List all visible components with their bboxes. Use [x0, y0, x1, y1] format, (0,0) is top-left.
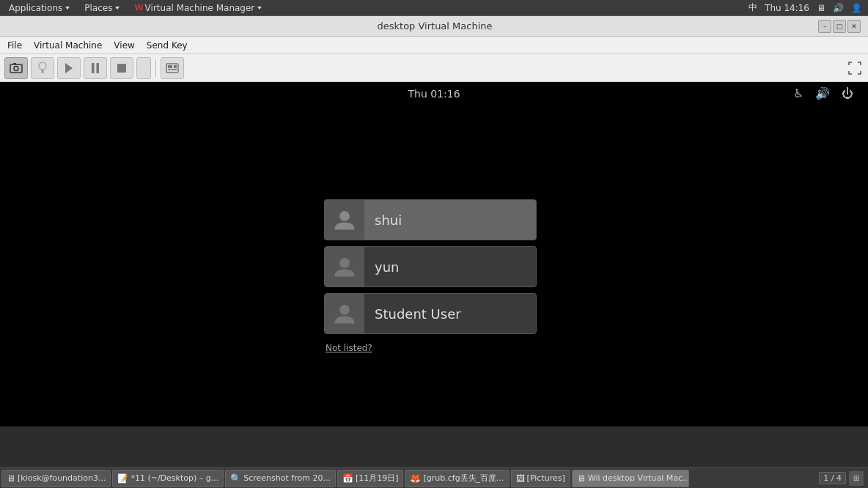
user-avatar-shui: [325, 200, 364, 240]
vm-display[interactable]: Thu 01:16 ♿ 🔊 ⏻ shui yun: [0, 82, 868, 426]
svg-point-3: [39, 62, 46, 70]
volume-icon: 🔊: [833, 3, 844, 13]
taskbar-item-3[interactable]: 📅 [11月19日]: [337, 470, 404, 487]
user-avatar-yun: [325, 247, 364, 286]
pager-icon[interactable]: ⊞: [849, 471, 864, 486]
places-menu[interactable]: Places: [81, 2, 122, 14]
menu-virtual-machine[interactable]: Virtual Machine: [29, 39, 106, 52]
task-icon-4: 🦊: [410, 473, 421, 484]
stop-dropdown[interactable]: [136, 57, 151, 79]
minimize-button[interactable]: –: [818, 20, 831, 33]
taskbar-item-0[interactable]: 🖥 [kiosk@foundation3...: [1, 470, 111, 487]
stop-button[interactable]: [110, 57, 133, 79]
vm-time: Thu 01:16: [408, 88, 460, 100]
svg-point-15: [339, 305, 350, 315]
not-listed-link[interactable]: Not listed?: [324, 343, 372, 353]
vmm-arrow: [257, 7, 262, 10]
window-title: desktop Virtual Machine: [51, 21, 818, 32]
user-name-shui: shui: [364, 212, 402, 228]
fullscreen-button[interactable]: [846, 59, 864, 77]
system-bar: Applications Places W Virtual Machine Ma…: [0, 0, 868, 16]
menu-send-key[interactable]: Send Key: [142, 39, 192, 52]
task-icon-6: 🖥: [577, 473, 586, 484]
power-icon: ⏻: [842, 86, 853, 100]
window-titlebar: desktop Virtual Machine – □ ✕: [0, 16, 868, 37]
accessibility-icon: ♿: [793, 86, 803, 100]
svg-rect-10: [168, 65, 172, 68]
user-item-shui[interactable]: shui: [324, 199, 537, 240]
taskbar-item-2[interactable]: 🔍 Screenshot from 20...: [225, 470, 336, 487]
taskbar-item-5[interactable]: 🖼 [Pictures]: [511, 470, 570, 487]
display-icon: 🖥: [817, 3, 825, 13]
menu-view[interactable]: View: [109, 39, 139, 52]
task-icon-2: 🔍: [230, 473, 241, 484]
svg-rect-11: [168, 69, 177, 70]
task-icon-3: 📅: [342, 473, 353, 484]
places-arrow: [115, 7, 119, 10]
svg-rect-2: [13, 63, 16, 64]
maximize-button[interactable]: □: [833, 20, 846, 33]
svg-marker-5: [65, 63, 73, 73]
task-icon-5: 🖼: [516, 473, 525, 484]
screenshot-button[interactable]: [4, 57, 28, 79]
pause-button[interactable]: [84, 57, 107, 79]
svg-rect-7: [97, 63, 100, 73]
user-icon: 👤: [851, 3, 862, 13]
console-button[interactable]: [161, 57, 184, 79]
vm-status-icons: ♿ 🔊 ⏻: [793, 86, 853, 100]
toolbar: [0, 54, 868, 82]
user-avatar-student: [325, 294, 364, 333]
taskbar-item-4[interactable]: 🦊 [grub.cfg丢失_百度...: [405, 470, 509, 487]
taskbar-item-1[interactable]: 📝 *11 (~/Desktop) – g...: [112, 470, 224, 487]
taskbar-item-6[interactable]: 🖥 Wii desktop Virtual Mac...: [572, 470, 689, 487]
close-button[interactable]: ✕: [847, 20, 861, 33]
task-pager[interactable]: 1 / 4: [819, 472, 846, 484]
play-button[interactable]: [57, 57, 81, 79]
vm-volume-icon: 🔊: [815, 86, 830, 100]
system-time: Thu 14:16: [765, 3, 809, 13]
applications-menu[interactable]: Applications: [6, 2, 73, 14]
window-controls: – □ ✕: [818, 20, 861, 33]
vmm-menu[interactable]: W Virtual Machine Manager: [131, 2, 265, 14]
taskbar-right: 1 / 4 ⊞: [819, 471, 867, 486]
svg-point-13: [339, 211, 350, 221]
menu-file[interactable]: File: [3, 39, 26, 52]
user-item-student[interactable]: Student User: [324, 293, 537, 334]
svg-rect-12: [174, 65, 177, 68]
user-name-yun: yun: [364, 259, 399, 275]
taskbar: 🖥 [kiosk@foundation3... 📝 *11 (~/Desktop…: [0, 467, 868, 488]
user-name-student: Student User: [364, 306, 461, 322]
svg-point-1: [14, 66, 18, 70]
applications-arrow: [65, 7, 70, 10]
svg-rect-9: [166, 64, 178, 73]
stop-dropdown-arrow: [142, 67, 147, 70]
bulb-button[interactable]: [31, 57, 54, 79]
ime-indicator: 中: [749, 1, 757, 14]
svg-rect-6: [92, 63, 95, 73]
user-item-yun[interactable]: yun: [324, 246, 537, 287]
svg-rect-8: [117, 64, 126, 73]
login-area: shui yun Student User Not listed?: [324, 199, 544, 353]
toolbar-separator: [155, 59, 156, 77]
svg-rect-0: [10, 64, 22, 73]
task-icon-0: 🖥: [7, 473, 15, 484]
svg-point-14: [339, 258, 350, 268]
menu-bar: File Virtual Machine View Send Key: [0, 37, 868, 54]
svg-rect-4: [41, 70, 44, 73]
task-icon-1: 📝: [117, 473, 128, 484]
